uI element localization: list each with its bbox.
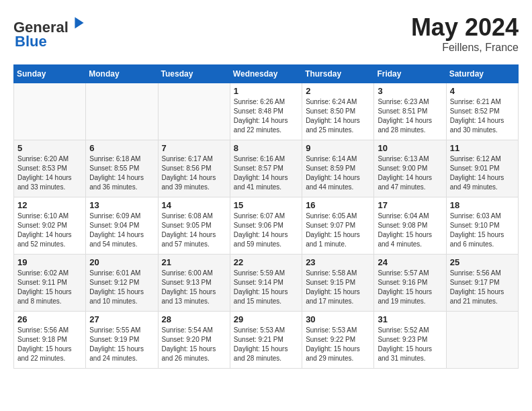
day-header-monday: Monday: [86, 65, 158, 83]
calendar-cell: 22Sunrise: 5:59 AM Sunset: 9:14 PM Dayli…: [230, 255, 302, 312]
calendar-cell: 3Sunrise: 6:23 AM Sunset: 8:51 PM Daylig…: [374, 83, 446, 140]
day-number: 9: [306, 143, 370, 153]
day-info: Sunrise: 5:55 AM Sunset: 9:19 PM Dayligh…: [89, 326, 154, 363]
calendar-cell: 10Sunrise: 6:13 AM Sunset: 9:00 PM Dayli…: [374, 140, 446, 197]
day-info: Sunrise: 6:09 AM Sunset: 9:04 PM Dayligh…: [89, 212, 154, 249]
day-info: Sunrise: 6:24 AM Sunset: 8:50 PM Dayligh…: [306, 97, 370, 135]
calendar-cell: 26Sunrise: 5:56 AM Sunset: 9:18 PM Dayli…: [14, 312, 86, 369]
day-info: Sunrise: 6:18 AM Sunset: 8:55 PM Dayligh…: [89, 154, 154, 192]
day-info: Sunrise: 6:14 AM Sunset: 8:59 PM Dayligh…: [306, 154, 370, 192]
day-number: 2: [306, 86, 370, 96]
day-number: 31: [378, 314, 442, 324]
day-header-thursday: Thursday: [302, 65, 374, 83]
day-info: Sunrise: 5:54 AM Sunset: 9:20 PM Dayligh…: [162, 326, 226, 363]
day-info: Sunrise: 6:21 AM Sunset: 8:52 PM Dayligh…: [450, 97, 515, 135]
day-info: Sunrise: 6:08 AM Sunset: 9:05 PM Dayligh…: [162, 212, 226, 249]
day-number: 19: [17, 257, 82, 267]
day-number: 14: [162, 200, 226, 210]
day-info: Sunrise: 6:23 AM Sunset: 8:51 PM Dayligh…: [378, 97, 442, 135]
day-number: 22: [234, 257, 298, 267]
day-number: 25: [450, 257, 515, 267]
calendar-cell: 14Sunrise: 6:08 AM Sunset: 9:05 PM Dayli…: [158, 197, 230, 255]
day-number: 17: [378, 200, 442, 210]
calendar-cell: 20Sunrise: 6:01 AM Sunset: 9:12 PM Dayli…: [86, 255, 158, 312]
day-number: 3: [378, 86, 442, 96]
day-info: Sunrise: 5:57 AM Sunset: 9:16 PM Dayligh…: [378, 269, 442, 306]
day-number: 29: [234, 314, 298, 324]
day-number: 5: [17, 143, 82, 153]
calendar-cell: 1Sunrise: 6:26 AM Sunset: 8:48 PM Daylig…: [230, 83, 302, 140]
day-info: Sunrise: 6:26 AM Sunset: 8:48 PM Dayligh…: [234, 97, 298, 135]
day-info: Sunrise: 6:00 AM Sunset: 9:13 PM Dayligh…: [162, 269, 226, 306]
day-info: Sunrise: 5:58 AM Sunset: 9:15 PM Dayligh…: [306, 269, 370, 306]
calendar-cell: 21Sunrise: 6:00 AM Sunset: 9:13 PM Dayli…: [158, 255, 230, 312]
day-number: 24: [378, 257, 442, 267]
calendar-cell: 15Sunrise: 6:07 AM Sunset: 9:06 PM Dayli…: [230, 197, 302, 255]
day-info: Sunrise: 5:56 AM Sunset: 9:17 PM Dayligh…: [450, 269, 515, 306]
day-number: 16: [306, 200, 370, 210]
logo-blue-text: Blue: [15, 33, 47, 50]
day-number: 23: [306, 257, 370, 267]
calendar-body: 1Sunrise: 6:26 AM Sunset: 8:48 PM Daylig…: [14, 83, 519, 369]
calendar-cell: 31Sunrise: 5:52 AM Sunset: 9:23 PM Dayli…: [374, 312, 446, 369]
calendar-week-row: 5Sunrise: 6:20 AM Sunset: 8:53 PM Daylig…: [14, 140, 519, 197]
calendar-week-row: 26Sunrise: 5:56 AM Sunset: 9:18 PM Dayli…: [14, 312, 519, 369]
calendar-cell: 5Sunrise: 6:20 AM Sunset: 8:53 PM Daylig…: [14, 140, 86, 197]
day-number: 21: [162, 257, 226, 267]
day-info: Sunrise: 6:12 AM Sunset: 9:01 PM Dayligh…: [450, 154, 515, 192]
day-info: Sunrise: 5:59 AM Sunset: 9:14 PM Dayligh…: [234, 269, 298, 306]
day-number: 4: [450, 86, 515, 96]
day-number: 20: [89, 257, 154, 267]
calendar-cell: 19Sunrise: 6:02 AM Sunset: 9:11 PM Dayli…: [14, 255, 86, 312]
calendar-title: May 2024: [411, 13, 519, 42]
calendar-cell: [14, 83, 86, 140]
calendar-cell: 16Sunrise: 6:05 AM Sunset: 9:07 PM Dayli…: [302, 197, 374, 255]
calendar-cell: [446, 312, 518, 369]
calendar-cell: 6Sunrise: 6:18 AM Sunset: 8:55 PM Daylig…: [86, 140, 158, 197]
day-info: Sunrise: 6:13 AM Sunset: 9:00 PM Dayligh…: [378, 154, 442, 192]
calendar-week-row: 1Sunrise: 6:26 AM Sunset: 8:48 PM Daylig…: [14, 83, 519, 140]
day-info: Sunrise: 6:02 AM Sunset: 9:11 PM Dayligh…: [17, 269, 82, 306]
svg-marker-0: [75, 17, 83, 29]
calendar-location: Feillens, France: [411, 42, 519, 54]
calendar-cell: 2Sunrise: 6:24 AM Sunset: 8:50 PM Daylig…: [302, 83, 374, 140]
day-info: Sunrise: 6:17 AM Sunset: 8:56 PM Dayligh…: [162, 154, 226, 192]
day-number: 27: [89, 314, 154, 324]
day-info: Sunrise: 6:20 AM Sunset: 8:53 PM Dayligh…: [17, 154, 82, 192]
day-info: Sunrise: 6:01 AM Sunset: 9:12 PM Dayligh…: [89, 269, 154, 306]
calendar-cell: 27Sunrise: 5:55 AM Sunset: 9:19 PM Dayli…: [86, 312, 158, 369]
day-info: Sunrise: 5:56 AM Sunset: 9:18 PM Dayligh…: [17, 326, 82, 363]
calendar-cell: 25Sunrise: 5:56 AM Sunset: 9:17 PM Dayli…: [446, 255, 518, 312]
day-header-saturday: Saturday: [446, 65, 518, 83]
day-header-tuesday: Tuesday: [158, 65, 230, 83]
calendar-cell: 9Sunrise: 6:14 AM Sunset: 8:59 PM Daylig…: [302, 140, 374, 197]
day-header-wednesday: Wednesday: [230, 65, 302, 83]
day-number: 10: [378, 143, 442, 153]
day-number: 7: [162, 143, 226, 153]
page-header: General Blue May 2024 Feillens, France: [13, 13, 519, 54]
logo: General Blue: [13, 13, 89, 50]
day-number: 13: [89, 200, 154, 210]
calendar-cell: 29Sunrise: 5:53 AM Sunset: 9:21 PM Dayli…: [230, 312, 302, 369]
day-info: Sunrise: 6:04 AM Sunset: 9:08 PM Dayligh…: [378, 212, 442, 249]
day-number: 1: [234, 86, 298, 96]
day-number: 26: [17, 314, 82, 324]
calendar-week-row: 19Sunrise: 6:02 AM Sunset: 9:11 PM Dayli…: [14, 255, 519, 312]
calendar-cell: 4Sunrise: 6:21 AM Sunset: 8:52 PM Daylig…: [446, 83, 518, 140]
day-info: Sunrise: 6:07 AM Sunset: 9:06 PM Dayligh…: [234, 212, 298, 249]
day-header-friday: Friday: [374, 65, 446, 83]
day-number: 28: [162, 314, 226, 324]
calendar-week-row: 12Sunrise: 6:10 AM Sunset: 9:02 PM Dayli…: [14, 197, 519, 255]
calendar-cell: 18Sunrise: 6:03 AM Sunset: 9:10 PM Dayli…: [446, 197, 518, 255]
day-number: 11: [450, 143, 515, 153]
calendar-cell: 24Sunrise: 5:57 AM Sunset: 9:16 PM Dayli…: [374, 255, 446, 312]
day-info: Sunrise: 5:52 AM Sunset: 9:23 PM Dayligh…: [378, 326, 442, 363]
day-number: 8: [234, 143, 298, 153]
calendar-cell: 12Sunrise: 6:10 AM Sunset: 9:02 PM Dayli…: [14, 197, 86, 255]
day-info: Sunrise: 6:16 AM Sunset: 8:57 PM Dayligh…: [234, 154, 298, 192]
day-number: 12: [17, 200, 82, 210]
day-number: 18: [450, 200, 515, 210]
day-number: 15: [234, 200, 298, 210]
calendar-header-row: SundayMondayTuesdayWednesdayThursdayFrid…: [14, 65, 519, 83]
day-number: 6: [89, 143, 154, 153]
